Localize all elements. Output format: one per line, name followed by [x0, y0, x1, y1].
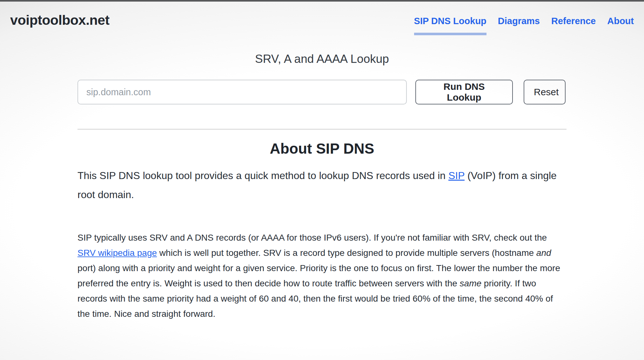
- paragraph-text: which is well put together. SRV is a rec…: [157, 248, 536, 258]
- main-nav: SIP DNS Lookup Diagrams Reference About: [414, 16, 634, 26]
- nav-item-reference[interactable]: Reference: [551, 16, 596, 26]
- paragraph-text: This SIP DNS lookup tool provides a quic…: [77, 170, 448, 181]
- site-logo: voiptoolbox.net: [10, 12, 110, 28]
- paragraph-text: SIP typically uses SRV and A DNS records…: [77, 233, 547, 243]
- about-body-paragraph: SIP typically uses SRV and A DNS records…: [77, 230, 567, 322]
- domain-input[interactable]: [77, 80, 407, 104]
- about-section-title: About SIP DNS: [77, 140, 567, 157]
- nav-item-diagrams[interactable]: Diagrams: [498, 16, 540, 26]
- page-content: SRV, A and AAAA Lookup Run DNS Lookup Re…: [77, 52, 567, 322]
- inline-link[interactable]: SRV wikipedia page: [77, 248, 157, 258]
- emphasized-text: same: [460, 278, 481, 288]
- about-intro-paragraph: This SIP DNS lookup tool provides a quic…: [77, 166, 567, 204]
- reset-button[interactable]: Reset: [524, 80, 566, 104]
- emphasized-text: and: [536, 248, 551, 258]
- nav-item-sip-dns-lookup[interactable]: SIP DNS Lookup: [414, 16, 486, 26]
- inline-link[interactable]: SIP: [448, 170, 465, 181]
- lookup-section-title: SRV, A and AAAA Lookup: [77, 52, 567, 66]
- section-divider: [77, 129, 567, 130]
- run-dns-lookup-button[interactable]: Run DNS Lookup: [415, 80, 513, 104]
- lookup-form: Run DNS Lookup Reset: [77, 80, 567, 104]
- nav-item-about[interactable]: About: [607, 16, 634, 26]
- site-header: voiptoolbox.net SIP DNS Lookup Diagrams …: [0, 2, 644, 36]
